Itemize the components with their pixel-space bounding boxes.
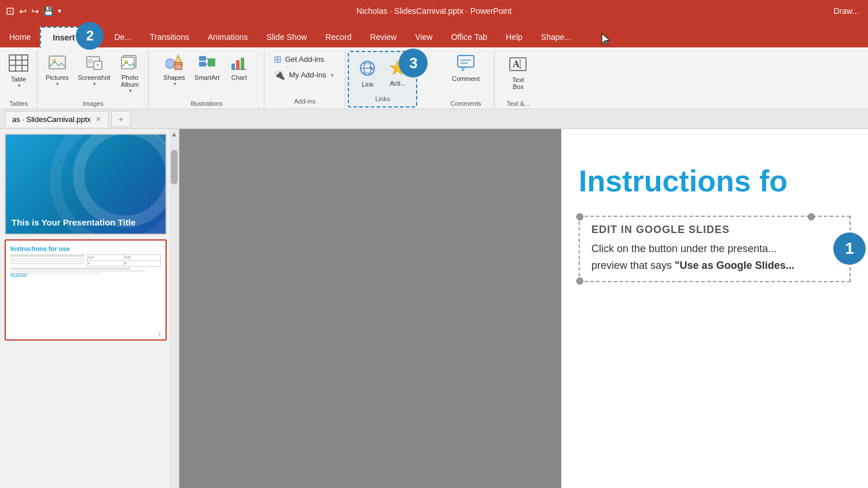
dropdown-icon[interactable]: ▾ (58, 7, 61, 15)
scrollbar-track[interactable]: ▲ (170, 129, 179, 488)
title-bar: ⊡ ↩ ↪ 💾 ▾ Nicholas · SlidesCarnival.pptx… (0, 0, 868, 22)
addins-group-label: Add-ins (269, 96, 340, 106)
svg-rect-18 (199, 62, 206, 66)
smartart-button[interactable]: SmartArt (191, 52, 223, 83)
chart-label: Chart (231, 74, 247, 81)
comment-button[interactable]: Comment (448, 52, 483, 84)
svg-rect-24 (241, 58, 244, 69)
photo-album-dropdown-icon: ▾ (129, 88, 132, 94)
app-logo-icon: ⊡ (6, 5, 14, 17)
quick-access: ⊡ ↩ ↪ 💾 ▾ (6, 5, 61, 17)
tab-help[interactable]: Help (496, 27, 532, 47)
comment-icon (457, 54, 475, 74)
svg-point-10 (89, 60, 92, 63)
edit-box[interactable]: EDIT IN GOOGLE SLIDES Click on the butto… (579, 216, 851, 282)
tab-home[interactable]: Home (0, 27, 40, 47)
action-container: Acti... 3 (384, 57, 411, 89)
my-addins-button[interactable]: 🔌 My Add-ins ▾ (269, 68, 340, 82)
corner-dot-tl (576, 213, 583, 220)
tab-view[interactable]: View (406, 27, 442, 47)
links-group-label: Links (354, 94, 411, 104)
table-button[interactable]: Table ▾ (5, 52, 32, 91)
corner-dot-tr (808, 213, 815, 220)
smartart-label: SmartArt (194, 74, 219, 81)
svg-rect-16 (175, 62, 182, 69)
chart-button[interactable]: Chart (225, 52, 253, 83)
photo-album-icon (121, 54, 138, 73)
slide1-title: This is Your Presentation Title (12, 217, 135, 228)
corner-dot-bl (576, 278, 583, 284)
draw-label: Draw... (824, 6, 868, 16)
slide2-background: Instructions for use Col1Col2 AB (6, 241, 165, 339)
comments-group-label: Comments (450, 98, 481, 109)
textbox-button[interactable]: A TextBox (504, 52, 532, 93)
tab-record[interactable]: Record (316, 27, 361, 47)
my-addins-icon: 🔌 (274, 69, 285, 80)
redo-icon[interactable]: ↪ (31, 6, 39, 17)
table-icon (9, 54, 28, 75)
textbox-icon: A (509, 54, 527, 75)
images-group-label: Images (83, 98, 104, 109)
doc-tab[interactable]: as · SlidesCarnival.pptx ✕ (5, 111, 109, 127)
screenshot-label: Screenshot (78, 74, 111, 81)
images-items: Pictures ▾ + Screenshot ▾ (42, 50, 144, 98)
slide-canvas[interactable] (179, 129, 561, 488)
slide2-content: Col1Col2 AB link text here (10, 254, 161, 274)
save-icon[interactable]: 💾 (43, 6, 53, 16)
ribbon-content: Table ▾ Tables Pictures ▾ (0, 47, 868, 109)
scrollbar-thumb[interactable] (171, 150, 178, 184)
tab-design[interactable]: De... (105, 27, 141, 47)
svg-rect-17 (199, 56, 206, 61)
table-label: Table (11, 76, 26, 83)
ribbon-group-tables: Table ▾ Tables (0, 50, 38, 109)
tab-animations[interactable]: Animations (198, 27, 257, 47)
scroll-up-arrow[interactable]: ▲ (171, 130, 178, 138)
screenshot-dropdown-icon: ▾ (93, 81, 96, 87)
tab-review[interactable]: Review (361, 27, 406, 47)
badge-1: 1 (833, 232, 866, 265)
screenshot-button[interactable]: + Screenshot ▾ (75, 52, 114, 89)
slide-thumb-2[interactable]: Instructions for use Col1Col2 AB (5, 239, 167, 341)
new-tab-icon: + (119, 114, 123, 124)
main-area: ▲ This is Your Presentation Title Instru… (0, 129, 868, 488)
get-addins-icon: ⊞ (274, 54, 281, 65)
mouse-cursor (601, 32, 612, 49)
tab-shape[interactable]: Shape... (532, 27, 580, 47)
my-addins-dropdown-icon: ▾ (331, 72, 334, 78)
tab-transitions[interactable]: Transitions (141, 27, 198, 47)
svg-marker-41 (602, 34, 610, 45)
illustrations-items: Shapes ▾ SmartArt (160, 50, 253, 98)
tables-items: Table ▾ (5, 50, 32, 98)
ribbon-group-text: A TextBox Text &... (495, 50, 541, 109)
svg-rect-32 (458, 56, 474, 67)
svg-rect-23 (236, 60, 240, 69)
my-addins-label: My Add-ins (289, 71, 326, 79)
badge-3: 3 (399, 49, 428, 77)
get-addins-button[interactable]: ⊞ Get Add-ins (269, 52, 340, 66)
ribbon-group-images: Pictures ▾ + Screenshot ▾ (38, 50, 149, 109)
tab-slideshow[interactable]: Slide Show (257, 27, 316, 47)
undo-icon[interactable]: ↩ (19, 6, 27, 17)
ribbon-group-addins: ⊞ Get Add-ins 🔌 My Add-ins ▾ Add-ins (264, 50, 345, 109)
doc-tab-close[interactable]: ✕ (95, 115, 101, 123)
ribbon-tabs: Home Insert 2 De... Transitions Animatio… (0, 22, 868, 47)
table-dropdown-icon: ▾ (18, 83, 21, 88)
shapes-dropdown-icon: ▾ (174, 81, 176, 87)
shapes-icon (165, 54, 183, 73)
slide1-background: This is Your Presentation Title (6, 135, 165, 234)
pictures-button[interactable]: Pictures ▾ (42, 52, 72, 89)
shapes-button[interactable]: Shapes ▾ (160, 52, 189, 89)
slide-thumb-1[interactable]: This is Your Presentation Title (5, 134, 167, 235)
edit-box-title: EDIT IN GOOGLE SLIDES (591, 224, 838, 236)
new-tab-button[interactable]: + (111, 111, 131, 127)
badge-2: 2 (76, 22, 104, 50)
link-button[interactable]: Link (354, 57, 381, 90)
textbox-label: TextBox (512, 76, 524, 90)
pictures-icon (49, 54, 66, 73)
tab-officetab[interactable]: Office Tab (442, 27, 496, 47)
svg-rect-22 (231, 64, 235, 69)
ribbon-group-illustrations: Shapes ▾ SmartArt (149, 50, 264, 109)
comment-label: Comment (452, 75, 480, 82)
photo-album-button[interactable]: PhotoAlbum ▾ (116, 52, 144, 96)
svg-rect-12 (122, 57, 134, 69)
